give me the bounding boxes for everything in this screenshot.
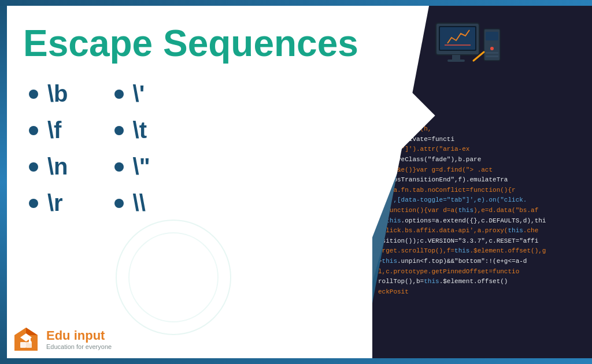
logo-icon	[12, 325, 40, 354]
bullet-col-right: \' \t \" \\	[114, 81, 150, 216]
escape-dq: \"	[133, 154, 150, 180]
svg-point-8	[490, 47, 494, 50]
bottom-border-decoration	[0, 358, 592, 364]
bullet-dot	[114, 162, 124, 172]
bullet-dot	[29, 90, 38, 99]
page-container: ace( .bs.tab is.activate(h, type.activat…	[0, 0, 592, 364]
bullet-dot	[29, 162, 38, 172]
escape-r: \r	[47, 190, 63, 216]
computer-icon-area	[433, 17, 502, 77]
bullet-dot	[114, 199, 124, 208]
escape-bs: \\	[133, 190, 146, 216]
logo-input: input	[74, 328, 105, 343]
main-content: Escape Sequences \b \f \n \r	[12, 12, 405, 216]
bullet-section: \b \f \n \r \'	[29, 81, 405, 216]
bullet-item-t: \t	[114, 117, 150, 143]
bullet-item-bs: \\	[114, 190, 150, 216]
top-border-decoration	[0, 0, 592, 6]
bullet-item-f: \f	[29, 117, 68, 143]
bullet-dot	[29, 126, 38, 135]
bullet-item-dq: \"	[114, 154, 150, 180]
svg-rect-10	[486, 55, 498, 57]
computer-icon	[433, 17, 502, 75]
bullet-item-b: \b	[29, 81, 68, 107]
bullet-dot	[114, 90, 124, 99]
escape-n: \n	[47, 154, 68, 180]
svg-rect-9	[486, 52, 498, 54]
logo-tagline: Education for everyone	[46, 343, 112, 350]
escape-sq: \'	[133, 81, 145, 107]
page-title: Escape Sequences	[23, 23, 405, 64]
svg-rect-18	[20, 342, 26, 348]
bullet-item-n: \n	[29, 154, 68, 180]
svg-marker-14	[26, 328, 38, 335]
logo-name: Edu input	[46, 328, 112, 343]
left-border-decoration	[0, 0, 7, 364]
logo-edu: Edu	[46, 328, 74, 343]
escape-t: \t	[133, 117, 147, 143]
logo-area: Edu input Education for everyone	[12, 325, 112, 354]
bullet-dot	[29, 199, 38, 208]
bullet-item-sq: \'	[114, 81, 150, 107]
svg-rect-7	[486, 32, 498, 40]
logo-text: Edu input Education for everyone	[46, 328, 112, 350]
bullet-item-r: \r	[29, 190, 68, 216]
escape-f: \f	[47, 117, 61, 143]
watermark-circle	[116, 220, 231, 335]
svg-rect-19	[26, 342, 32, 348]
escape-b: \b	[47, 81, 68, 107]
bullet-dot	[114, 126, 124, 135]
svg-rect-5	[447, 60, 465, 62]
bullet-col-left: \b \f \n \r	[29, 81, 68, 216]
svg-rect-4	[452, 55, 460, 60]
